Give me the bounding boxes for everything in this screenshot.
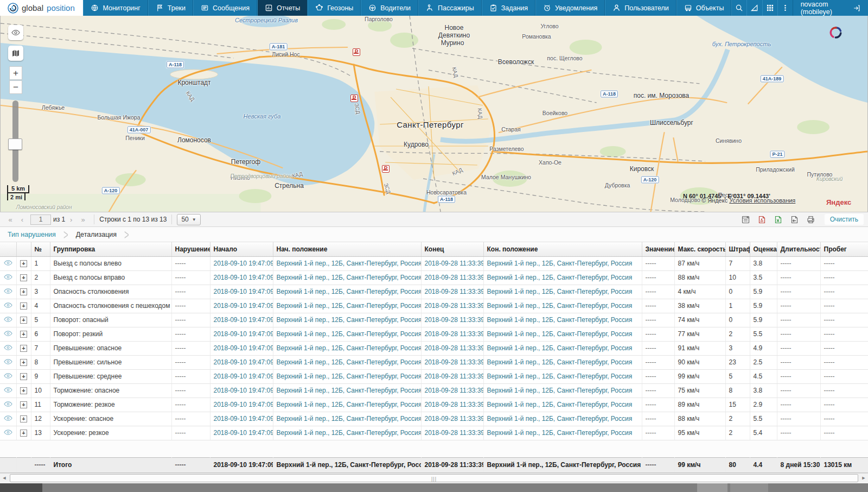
scrollbar-thumb[interactable]: ||| [10, 474, 858, 482]
map-layers-button[interactable] [8, 46, 23, 61]
scroll-left-arrow[interactable]: ◄ [0, 474, 9, 483]
expand-row-icon[interactable]: + [20, 317, 27, 324]
report-template-button[interactable] [739, 213, 753, 226]
nav-item-geozones[interactable]: Геозоны [308, 0, 361, 16]
nav-item-monitoring[interactable]: Мониторинг [83, 0, 148, 16]
column-header[interactable]: Макс. скорость [674, 242, 725, 256]
view-on-map-eye-icon[interactable] [4, 274, 12, 281]
cell-end[interactable]: 2018-09-28 11:33:39 [421, 355, 483, 369]
cell-start[interactable]: 2018-09-10 19:47:09 [210, 313, 273, 327]
cell-end_pos[interactable]: Верхний 1-й пер., 12Б, Санкт-Петербург, … [483, 327, 642, 341]
terms-link[interactable]: Условия использования [729, 197, 795, 204]
cell-end_pos[interactable]: Верхний 1-й пер., 12Б, Санкт-Петербург, … [483, 355, 642, 369]
cell-start[interactable]: 2018-09-10 19:47:09 [210, 426, 273, 440]
expand-row-icon[interactable]: + [20, 387, 27, 394]
cell-start_pos[interactable]: Верхний 1-й пер., 12Б, Санкт-Петербург, … [273, 341, 421, 355]
app-logo[interactable]: global position [0, 0, 83, 16]
expand-row-icon[interactable]: + [20, 302, 27, 310]
nav-item-messages[interactable]: Сообщения [193, 0, 257, 16]
map-canvas[interactable]: Санкт-ПетербургНовоеДевяткиноМуриноВсево… [0, 16, 868, 212]
cell-start_pos[interactable]: Верхний 1-й пер., 12Б, Санкт-Петербург, … [273, 426, 421, 440]
cell-end_pos[interactable]: Верхний 1-й пер., 12Б, Санкт-Петербург, … [483, 426, 642, 440]
cell-start_pos[interactable]: Верхний 1-й пер., 12Б, Санкт-Петербург, … [273, 412, 421, 426]
first-page-button[interactable]: « [4, 216, 16, 224]
clear-button[interactable]: Очистить [825, 214, 864, 225]
print-button[interactable] [804, 213, 818, 226]
view-on-map-eye-icon[interactable] [4, 316, 12, 324]
cell-start_pos[interactable]: Верхний 1-й пер., 12Б, Санкт-Петербург, … [273, 355, 421, 369]
horizontal-scrollbar[interactable]: ◄ ||| ► [0, 473, 868, 483]
column-header[interactable]: Значение [642, 242, 674, 256]
nav-item-objects[interactable]: Объекты [676, 0, 732, 16]
view-on-map-eye-icon[interactable] [4, 415, 12, 422]
nav-item-users[interactable]: Пользователи [605, 0, 676, 16]
cell-end[interactable]: 2018-09-28 11:33:39 [421, 285, 483, 299]
cell-end_pos[interactable]: Верхний 1-й пер., 12Б, Санкт-Петербург, … [483, 341, 642, 355]
expand-row-icon[interactable]: + [20, 274, 27, 281]
cell-start_pos[interactable]: Верхний 1-й пер., 12Б, Санкт-Петербург, … [273, 285, 421, 299]
cell-start[interactable]: 2018-09-10 19:47:09 [210, 369, 273, 383]
cell-end[interactable]: 2018-09-28 11:33:39 [421, 313, 483, 327]
expand-row-icon[interactable]: + [20, 359, 27, 366]
cell-end_pos[interactable]: Верхний 1-й пер., 12Б, Санкт-Петербург, … [483, 412, 642, 426]
cell-end[interactable]: 2018-09-28 11:33:39 [421, 426, 483, 440]
column-header[interactable]: Конец [421, 242, 483, 256]
column-header[interactable]: Начало [210, 242, 273, 256]
visibility-eye-button[interactable] [8, 25, 23, 40]
expand-row-icon[interactable]: + [20, 430, 27, 437]
view-on-map-eye-icon[interactable] [4, 330, 12, 338]
expand-row-icon[interactable]: + [20, 331, 27, 338]
expand-row-icon[interactable]: + [20, 288, 27, 295]
cell-end[interactable]: 2018-09-28 11:33:39 [421, 341, 483, 355]
view-on-map-eye-icon[interactable] [4, 401, 12, 408]
cell-start_pos[interactable]: Верхний 1-й пер., 12Б, Санкт-Петербург, … [273, 398, 421, 412]
export-excel-button[interactable] [771, 213, 786, 226]
cell-start_pos[interactable]: Верхний 1-й пер., 12Б, Санкт-Петербург, … [273, 256, 421, 270]
column-header[interactable]: Нач. положение [273, 242, 421, 256]
cell-start[interactable]: 2018-09-10 19:47:09 [210, 383, 273, 398]
cell-end[interactable]: 2018-09-28 11:33:39 [421, 412, 483, 426]
zoom-out-button[interactable]: − [9, 80, 22, 94]
zoom-in-button[interactable]: + [9, 66, 22, 80]
cell-end[interactable]: 2018-09-28 11:33:39 [421, 256, 483, 270]
column-header[interactable]: № [31, 242, 50, 256]
column-header[interactable]: Штраф [725, 242, 750, 256]
view-on-map-eye-icon[interactable] [4, 358, 12, 366]
import-file-button[interactable] [788, 213, 802, 226]
next-page-button[interactable]: › [65, 216, 77, 224]
export-pdf-button[interactable] [755, 213, 769, 226]
cell-end[interactable]: 2018-09-28 11:33:39 [421, 369, 483, 383]
nav-item-notifications[interactable]: Уведомления [535, 0, 605, 16]
scroll-right-arrow[interactable]: ► [859, 474, 868, 483]
cell-start_pos[interactable]: Верхний 1-й пер., 12Б, Санкт-Петербург, … [273, 313, 421, 327]
tab-violation-type[interactable]: Тип нарушения [5, 231, 58, 238]
logout-icon[interactable] [853, 4, 860, 12]
cell-start[interactable]: 2018-09-10 19:47:09 [210, 355, 273, 369]
column-header[interactable]: Оценка [750, 242, 777, 256]
column-header[interactable]: Кон. положение [483, 242, 642, 256]
expand-row-icon[interactable]: + [20, 345, 27, 352]
nav-item-drivers[interactable]: Водители [361, 0, 418, 16]
cell-end_pos[interactable]: Верхний 1-й пер., 12Б, Санкт-Петербург, … [483, 270, 642, 285]
expand-row-icon[interactable]: + [20, 260, 27, 267]
column-header[interactable]: Нарушение [171, 242, 210, 256]
cell-start[interactable]: 2018-09-10 19:47:09 [210, 398, 273, 412]
cell-start_pos[interactable]: Верхний 1-й пер., 12Б, Санкт-Петербург, … [273, 327, 421, 341]
cell-end[interactable]: 2018-09-28 11:33:39 [421, 383, 483, 398]
cell-end_pos[interactable]: Верхний 1-й пер., 12Б, Санкт-Петербург, … [483, 398, 642, 412]
yandex-logo[interactable]: Яндекс [826, 198, 851, 206]
cell-start[interactable]: 2018-09-10 19:47:09 [210, 285, 273, 299]
view-on-map-eye-icon[interactable] [4, 429, 12, 437]
view-on-map-eye-icon[interactable] [4, 288, 12, 295]
page-number-input[interactable] [30, 215, 51, 225]
cell-end_pos[interactable]: Верхний 1-й пер., 12Б, Санкт-Петербург, … [483, 285, 642, 299]
view-on-map-eye-icon[interactable] [4, 344, 12, 352]
page-size-select[interactable]: 50 ▼ [177, 214, 200, 225]
tab-details[interactable]: Детализация [74, 231, 119, 238]
nav-item-passengers[interactable]: Пассажиры [418, 0, 482, 16]
cell-start[interactable]: 2018-09-10 19:47:09 [210, 256, 273, 270]
expand-row-icon[interactable]: + [20, 373, 27, 380]
cell-start[interactable]: 2018-09-10 19:47:09 [210, 341, 273, 355]
column-header[interactable]: Длительность [777, 242, 820, 256]
cell-start[interactable]: 2018-09-10 19:47:09 [210, 412, 273, 426]
